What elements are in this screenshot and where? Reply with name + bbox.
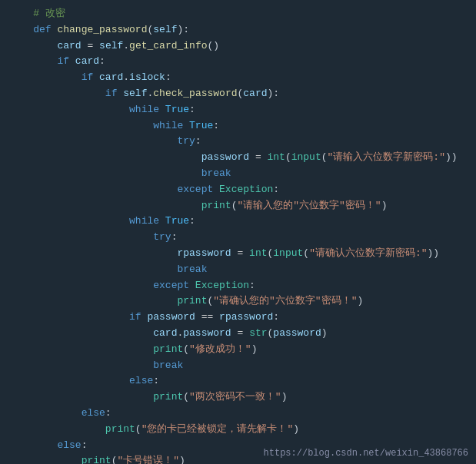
line-print2: print("请确认您的"六位数字"密码！") (9, 293, 467, 310)
line-password-assign: password = int(input("请输入六位数字新密码:")) (9, 150, 467, 166)
line-if-check: if self.check_password(card): (9, 86, 467, 102)
footer-url: https://blog.csdn.net/weixin_43868766 (256, 443, 476, 464)
code-block: # 改密 def change_password(self): card = s… (0, 0, 476, 464)
line-except1: except Exception: (9, 182, 467, 198)
line-try2: try: (9, 230, 467, 246)
line-break1: break (9, 166, 467, 182)
line-if-card: if card: (9, 54, 467, 70)
line-else1: else: (9, 373, 467, 389)
line-while2: while True: (9, 118, 467, 134)
line-except2: except Exception: (9, 278, 467, 294)
line-def: def change_password(self): (9, 22, 467, 38)
line-card-assign: card = self.get_card_info() (9, 38, 467, 55)
line-if-islock: if card.islock: (9, 70, 467, 86)
line-try1: try: (9, 134, 467, 150)
line-break3: break (9, 358, 467, 374)
line-while1: while True: (9, 102, 467, 118)
line-print3: print("修改成功！") (9, 342, 467, 358)
line-rpassword-assign: rpassword = int(input("请确认六位数字新密码:")) (9, 246, 467, 262)
line-print4: print("两次密码不一致！") (9, 389, 467, 406)
line-comment: # 改密 (9, 6, 467, 22)
line-print1: print("请输入您的"六位数字"密码！") (9, 198, 467, 214)
line-else2: else: (9, 406, 467, 422)
line-break2: break (9, 262, 467, 278)
line-print5: print("您的卡已经被锁定，请先解卡！") (9, 422, 467, 438)
line-while3: while True: (9, 214, 467, 230)
line-card-pw-assign: card.password = str(password) (9, 326, 467, 342)
line-if-pw-eq: if password == rpassword: (9, 310, 467, 326)
